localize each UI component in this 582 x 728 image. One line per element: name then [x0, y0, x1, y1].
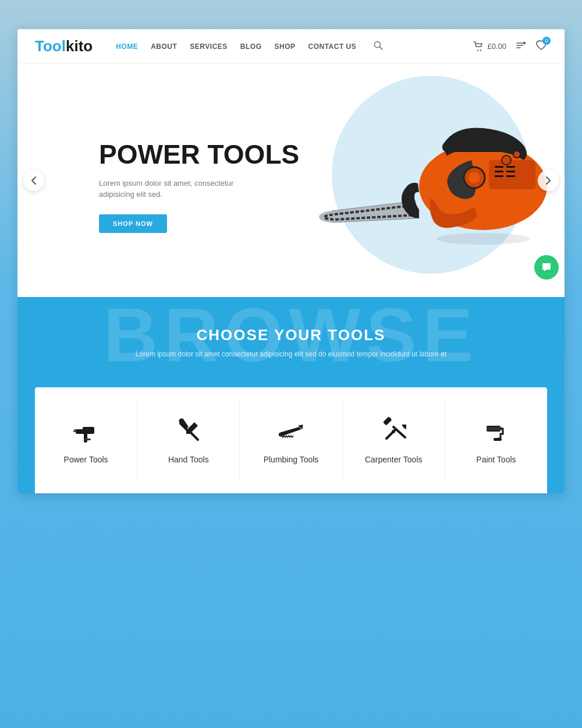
- nav-item-shop[interactable]: SHOP: [275, 43, 296, 51]
- hand-tools-label: Hand Tools: [168, 455, 209, 464]
- chat-button[interactable]: [534, 255, 559, 280]
- logo-part2: kito: [66, 37, 93, 55]
- svg-rect-11: [506, 175, 515, 177]
- search-icon[interactable]: [374, 41, 383, 52]
- tool-item-plumbing-tools[interactable]: Plumbing Tools: [240, 399, 342, 482]
- site-card: Toolkito HOME ABOUT SERVICES BLOG SHOP C…: [17, 29, 565, 493]
- compare-icon[interactable]: [516, 40, 526, 53]
- carpenter-tools-label: Carpenter Tools: [365, 455, 423, 464]
- svg-point-2: [477, 50, 478, 51]
- hero-section: POWER TOOLS Lorem ipsum dolor sit amet, …: [17, 64, 565, 297]
- svg-point-13: [469, 172, 480, 183]
- power-tools-icon: [71, 416, 101, 447]
- svg-point-16: [513, 151, 520, 158]
- svg-rect-7: [495, 171, 503, 172]
- page-wrapper: Toolkito HOME ABOUT SERVICES BLOG SHOP C…: [17, 0, 565, 493]
- main-nav: HOME ABOUT SERVICES BLOG SHOP CONTACT US: [116, 41, 473, 52]
- paint-tools-icon: [481, 416, 511, 447]
- svg-point-23: [187, 430, 190, 433]
- nav-item-home[interactable]: HOME: [116, 43, 138, 51]
- tool-item-power-tools[interactable]: Power Tools: [35, 399, 137, 482]
- svg-point-3: [480, 50, 481, 51]
- svg-rect-24: [383, 416, 392, 426]
- nav-item-blog[interactable]: BLOG: [240, 43, 262, 51]
- wishlist-badge: 0: [542, 37, 551, 45]
- svg-rect-27: [487, 427, 501, 430]
- svg-rect-14: [442, 143, 518, 152]
- header: Toolkito HOME ABOUT SERVICES BLOG SHOP C…: [17, 29, 565, 64]
- tool-item-hand-tools[interactable]: Hand Tools: [137, 399, 240, 482]
- cart-button[interactable]: £0.00: [473, 41, 506, 52]
- nav-item-contact[interactable]: CONTACT US: [308, 43, 357, 51]
- carpenter-tools-icon: [378, 416, 409, 447]
- nav-item-services[interactable]: SERVICES: [190, 43, 227, 51]
- svg-point-15: [502, 156, 511, 165]
- svg-rect-5: [489, 160, 535, 189]
- cart-icon: [473, 41, 484, 52]
- logo: Toolkito: [35, 37, 93, 55]
- tools-container: Power Tools Hand Tools: [35, 387, 547, 493]
- svg-rect-8: [495, 175, 503, 177]
- svg-rect-21: [84, 439, 91, 440]
- shop-now-button[interactable]: SHOP NOW: [99, 214, 167, 233]
- svg-rect-30: [494, 438, 502, 441]
- browse-subtitle: Lorem ipsum dolor sit amet consectetur a…: [17, 350, 565, 358]
- hero-subtitle: Lorem ipsum dolor sit amet, consectetur …: [99, 178, 250, 200]
- svg-rect-6: [495, 166, 503, 168]
- svg-rect-10: [506, 171, 515, 172]
- nav-item-about[interactable]: ABOUT: [151, 43, 177, 51]
- svg-line-1: [380, 47, 383, 50]
- browse-title: CHOOSE YOUR TOOLS: [17, 326, 565, 344]
- svg-point-17: [436, 233, 530, 245]
- hero-image: [303, 70, 547, 291]
- hero-prev-button[interactable]: [23, 170, 44, 191]
- tool-item-carpenter-tools[interactable]: Carpenter Tools: [343, 399, 445, 482]
- chat-icon: [541, 262, 552, 273]
- hand-tools-icon: [173, 416, 204, 447]
- hero-title: POWER TOOLS: [99, 140, 299, 169]
- svg-rect-9: [506, 166, 515, 168]
- plumbing-tools-label: Plumbing Tools: [264, 455, 319, 464]
- power-tools-label: Power Tools: [64, 455, 108, 464]
- svg-point-25: [392, 430, 395, 433]
- cart-price: £0.00: [487, 42, 506, 51]
- browse-section: BROWSE CHOOSE YOUR TOOLS Lorem ipsum dol…: [17, 297, 565, 493]
- paint-tools-label: Paint Tools: [476, 455, 516, 464]
- hero-content: POWER TOOLS Lorem ipsum dolor sit amet, …: [17, 128, 299, 233]
- svg-rect-22: [73, 430, 76, 432]
- logo-part1: Tool: [35, 37, 66, 55]
- header-right: £0.00 0: [473, 40, 547, 53]
- wishlist-button[interactable]: 0: [535, 40, 547, 53]
- tool-item-paint-tools[interactable]: Paint Tools: [445, 399, 547, 482]
- tools-grid: Power Tools Hand Tools: [35, 399, 547, 482]
- plumbing-tools-icon: [276, 416, 306, 447]
- hero-next-button[interactable]: [538, 170, 559, 191]
